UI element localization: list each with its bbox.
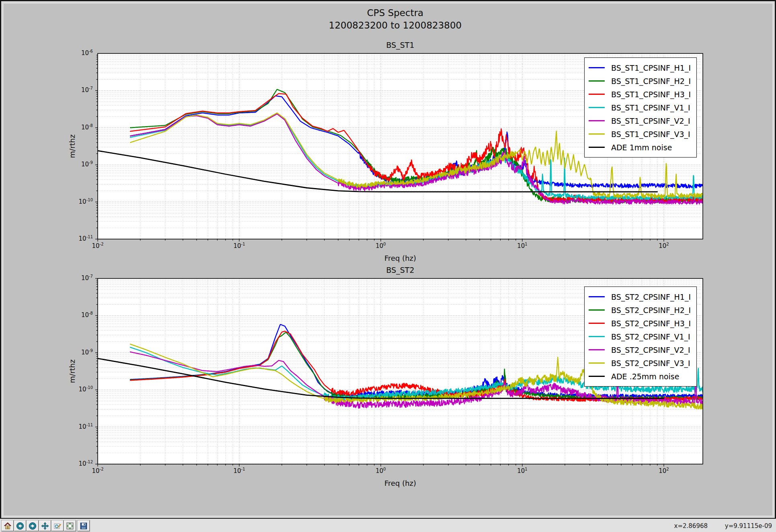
legend-entry: BS_ST2_CPSINF_H3_I [589, 317, 691, 330]
legend-bs-st2: BS_ST2_CPSINF_H1_IBS_ST2_CPSINF_H2_IBS_S… [584, 286, 697, 387]
legend-line-swatch [589, 133, 605, 135]
x-axis-label-bs-st2: Freq (hz) [98, 479, 703, 487]
y-tick-label: 10-10 [64, 385, 93, 393]
legend-line-swatch [589, 80, 605, 82]
legend-entry: BS_ST1_CPSINF_V3_I [589, 127, 691, 141]
zoom-to-rect-icon [53, 522, 62, 530]
statusbar: x=2.86968 y=9.91115e-09 [674, 521, 772, 531]
legend-entry: BS_ST1_CPSINF_H3_I [589, 88, 691, 101]
legend-entry: BS_ST2_CPSINF_V3_I [589, 356, 691, 370]
y-tick-label: 10-9 [64, 160, 93, 168]
y-tick-label: 10-6 [64, 49, 93, 57]
legend-label: BS_ST2_CPSINF_V3_I [611, 359, 690, 368]
y-tick-label: 10-10 [64, 198, 93, 205]
x-axis-label-bs-st1: Freq (hz) [98, 254, 703, 262]
back-arrow-icon [16, 522, 24, 530]
legend-entry: BS_ST1_CPSINF_V2_I [589, 114, 691, 127]
x-tick-label: 10-2 [82, 242, 114, 250]
legend-entry: BS_ST2_CPSINF_H1_I [589, 290, 691, 303]
legend-entry: BS_ST2_CPSINF_V2_I [589, 343, 691, 356]
save-floppy-icon [80, 522, 88, 530]
legend-label: ADE .25mm noise [611, 372, 679, 381]
legend-line-swatch [589, 67, 605, 69]
forward-button[interactable] [27, 520, 39, 531]
legend-label: BS_ST2_CPSINF_H3_I [611, 319, 691, 328]
legend-entry: BS_ST1_CPSINF_H2_I [589, 74, 691, 88]
x-tick-label: 102 [648, 467, 680, 475]
legend-label: BS_ST1_CPSINF_V2_I [611, 117, 690, 125]
subplot-title-bs-st2: BS_ST2 [98, 266, 703, 274]
y-tick-label: 10-8 [64, 311, 93, 319]
y-tick-label: 10-11 [64, 423, 93, 430]
x-tick-label: 101 [506, 467, 538, 475]
back-button[interactable] [14, 520, 26, 531]
legend-entry: BS_ST2_CPSINF_H2_I [589, 303, 691, 317]
legend-line-swatch [589, 107, 605, 108]
save-button[interactable] [78, 520, 90, 531]
legend-label: BS_ST2_CPSINF_V2_I [611, 346, 690, 354]
legend-line-swatch [589, 120, 605, 122]
figure-subtitle: 1200823200 to 1200823800 [53, 20, 737, 31]
legend-label: BS_ST1_CPSINF_H3_I [611, 90, 691, 99]
x-tick-label: 10-1 [223, 467, 255, 475]
y-tick-label: 10-7 [64, 274, 93, 282]
y-axis-label-bs-st2: m/rthz [68, 360, 76, 383]
legend-entry: ADE 1mm noise [589, 141, 691, 154]
legend-label: BS_ST2_CPSINF_H1_I [611, 293, 691, 301]
x-tick-label: 102 [648, 242, 680, 250]
legend-label: BS_ST1_CPSINF_H1_I [611, 63, 691, 72]
legend-entry: ADE .25mm noise [589, 370, 691, 383]
y-tick-label: 10-8 [64, 123, 93, 131]
toolbar [0, 520, 776, 532]
pan-move-icon [41, 522, 49, 530]
configure-subplots-button[interactable] [64, 520, 76, 531]
x-tick-label: 100 [365, 467, 397, 475]
legend-line-swatch [589, 147, 605, 148]
legend-entry: BS_ST1_CPSINF_H1_I [589, 61, 691, 74]
legend-label: ADE 1mm noise [611, 143, 672, 152]
pan-button[interactable] [39, 520, 51, 531]
home-icon [4, 522, 12, 530]
legend-line-swatch [589, 296, 605, 298]
legend-line-swatch [589, 349, 605, 351]
legend-label: BS_ST2_CPSINF_H2_I [611, 306, 691, 315]
legend-line-swatch [589, 376, 605, 377]
legend-line-swatch [589, 336, 605, 338]
x-tick-label: 10-1 [223, 242, 255, 250]
legend-line-swatch [589, 362, 605, 364]
legend-entry: BS_ST1_CPSINF_V1_I [589, 101, 691, 114]
cursor-x-readout: x=2.86968 [674, 522, 708, 530]
legend-line-swatch [589, 94, 605, 95]
figure-canvas[interactable]: CPS Spectra 1200823200 to 1200823800 BS_… [0, 0, 776, 519]
configure-subplots-icon [66, 522, 74, 530]
legend-bs-st1: BS_ST1_CPSINF_H1_IBS_ST1_CPSINF_H2_IBS_S… [584, 57, 697, 158]
y-tick-label: 10-7 [64, 86, 93, 94]
subplot-title-bs-st1: BS_ST1 [98, 41, 703, 49]
x-tick-label: 10-2 [82, 467, 114, 475]
figure-title: CPS Spectra [53, 8, 737, 18]
cursor-y-readout: y=9.91115e-09 [725, 522, 772, 530]
home-button[interactable] [2, 520, 14, 531]
legend-line-swatch [589, 309, 605, 311]
forward-arrow-icon [29, 522, 37, 530]
y-axis-label-bs-st1: m/rthz [68, 135, 76, 158]
zoom-rect-button[interactable] [51, 520, 64, 531]
x-tick-label: 100 [365, 242, 397, 250]
legend-label: BS_ST2_CPSINF_V1_I [611, 332, 690, 341]
legend-line-swatch [589, 323, 605, 324]
legend-entry: BS_ST2_CPSINF_V1_I [589, 330, 691, 343]
figure-window: { "figure": { "title_line1": "CPS Spectr… [0, 0, 776, 532]
x-tick-label: 101 [506, 242, 538, 250]
legend-label: BS_ST1_CPSINF_H2_I [611, 77, 691, 86]
y-tick-label: 10-12 [64, 460, 93, 467]
legend-label: BS_ST1_CPSINF_V3_I [611, 130, 690, 139]
y-tick-label: 10-9 [64, 348, 93, 356]
y-tick-label: 10-11 [64, 235, 93, 242]
legend-label: BS_ST1_CPSINF_V1_I [611, 103, 690, 112]
